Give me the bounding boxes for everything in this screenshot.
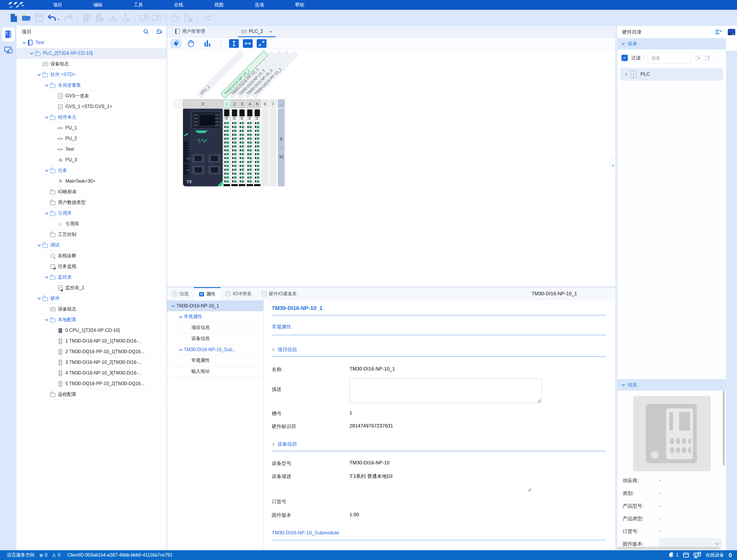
slot-header-cell[interactable]: 1	[223, 99, 230, 108]
tree-item[interactable]: PU_1	[16, 123, 167, 133]
swap-icon[interactable]	[202, 13, 212, 23]
tree-item[interactable]: 程序单元	[16, 112, 167, 123]
empty-slot[interactable]	[269, 109, 276, 186]
tab-properties[interactable]: 属性	[194, 287, 221, 300]
catalog-search-input[interactable]	[648, 52, 691, 63]
chevron-down-icon[interactable]	[29, 52, 35, 54]
fit-screen-button[interactable]	[257, 39, 267, 48]
sort-icon[interactable]	[156, 29, 162, 34]
properties-nav-item[interactable]: 设备信息	[167, 333, 263, 344]
collapse-right-panel-handle[interactable]: «	[611, 158, 615, 172]
menu-item[interactable]: 帮助	[295, 2, 304, 8]
tree-item[interactable]: 工艺控制	[16, 229, 167, 240]
tree-item[interactable]: 全局变量集	[16, 80, 167, 91]
empty-slot[interactable]	[262, 109, 269, 186]
tree-item[interactable]: 硬件	[16, 293, 167, 304]
io-module[interactable]	[223, 109, 230, 186]
fit-vertical-button[interactable]	[229, 39, 239, 48]
login-device-icon[interactable]	[170, 13, 181, 23]
io-module[interactable]	[246, 109, 253, 186]
catalog-section-header[interactable]: 目录	[617, 38, 726, 50]
tab-io-conflicts[interactable]: IO冲突表	[221, 287, 257, 300]
tree-item[interactable]: 监控表	[16, 272, 167, 283]
tree-item[interactable]: 任务监视	[16, 261, 167, 272]
section-project-info[interactable]: 项目信息	[272, 346, 615, 353]
resize-handle[interactable]	[538, 399, 541, 402]
properties-nav-item[interactable]: 项目信息	[167, 322, 263, 333]
chevron-down-icon[interactable]	[44, 169, 50, 172]
compile-icon[interactable]	[82, 13, 92, 23]
tree-item[interactable]: Test	[16, 37, 167, 48]
tab-info[interactable]: i 信息	[167, 287, 194, 300]
tree-item[interactable]: PU_2	[16, 133, 167, 144]
tree-item[interactable]: 5 TM30-DQ16-PP-10_2[TM30-DQ16...	[16, 379, 167, 389]
menu-item[interactable]: 项目	[53, 2, 62, 8]
download-to-device-icon[interactable]	[107, 13, 118, 23]
tree-item[interactable]: IO映射表	[16, 187, 167, 197]
tag-mode-button[interactable]	[171, 39, 182, 48]
panel-splitter[interactable]	[615, 26, 617, 550]
chevron-down-icon[interactable]	[36, 73, 42, 76]
tree-item[interactable]: 3 TM30-DI16-NP-10_2[TM30-DI16-...	[16, 357, 167, 368]
properties-nav-item[interactable]: TM30-DI16-NP-10_1	[167, 300, 263, 311]
tree-item[interactable]: 引用库	[16, 219, 167, 229]
menu-item[interactable]: 工具	[134, 2, 143, 8]
tree-item[interactable]: 任务	[16, 165, 167, 176]
open-project-icon[interactable]	[21, 13, 32, 23]
connect-device-icon[interactable]	[139, 13, 149, 23]
io-module[interactable]	[231, 109, 238, 186]
menu-item[interactable]: 在线	[174, 2, 183, 8]
device-view-tab[interactable]	[4, 46, 12, 54]
tree-item[interactable]: MainTask<30>	[16, 176, 167, 187]
tree-item[interactable]: Test	[16, 144, 167, 155]
search-icon[interactable]	[143, 29, 149, 35]
chart-view-icon[interactable]	[202, 38, 213, 49]
properties-nav-item[interactable]: 输入地址	[167, 366, 263, 377]
tree-item[interactable]: 设备组态	[16, 59, 167, 69]
chevron-down-icon[interactable]	[36, 297, 42, 300]
catalog-item-plc[interactable]: PLC	[620, 68, 723, 81]
slot-header-cell[interactable]: 5	[254, 99, 261, 108]
pan-hand-icon[interactable]	[186, 38, 196, 49]
slot-header-cell[interactable]: ...	[278, 99, 285, 108]
tree-item[interactable]: 在线诊断	[16, 251, 167, 261]
tree-item[interactable]: 远程配置	[16, 389, 167, 400]
new-project-icon[interactable]	[9, 13, 19, 23]
tree-item[interactable]: GVS一览表	[16, 91, 167, 101]
redo-icon[interactable]	[63, 13, 74, 23]
section-device-info[interactable]: 设备信息	[272, 441, 615, 447]
window-layout-icon[interactable]	[683, 553, 689, 557]
save-icon[interactable]	[34, 13, 44, 23]
chevron-down-icon[interactable]	[44, 319, 50, 321]
tree-item[interactable]: 本地配置	[16, 315, 167, 325]
tree-item[interactable]: 引用库	[16, 208, 167, 219]
collapse-all-icon[interactable]	[704, 55, 710, 61]
resize-handle[interactable]	[528, 488, 531, 491]
tree-item[interactable]: 监控表_1	[16, 283, 167, 293]
io-module[interactable]	[239, 109, 245, 186]
chevron-down-icon[interactable]	[44, 276, 50, 278]
slot-header-cell[interactable]	[175, 99, 182, 108]
tree-item[interactable]: 2 TM30-DQ16-PP-10_1[TM30-DQ16...	[16, 347, 167, 357]
tree-item[interactable]: PLC_2[T324-XP-CD-10]	[16, 48, 167, 59]
upload-from-device-icon[interactable]	[120, 13, 131, 23]
submodule-link[interactable]: TM30-DI16-NP-10_Submodule	[272, 530, 615, 536]
disconnect-device-icon[interactable]	[152, 13, 162, 23]
tab-plc2[interactable]: PLC_2 ×	[236, 26, 277, 37]
project-explorer-tab[interactable]	[2, 27, 15, 41]
rebuild-icon[interactable]	[95, 13, 105, 23]
vertical-scrollbar[interactable]	[723, 391, 725, 466]
undo-dropdown-icon[interactable]: ▾	[58, 18, 59, 21]
properties-nav-item[interactable]: 常规属性	[167, 311, 263, 322]
tree-item[interactable]: 软件 <STD>	[16, 69, 167, 80]
info-section-header[interactable]: 信息	[617, 379, 726, 391]
catalog-sort-icon[interactable]	[715, 29, 722, 35]
online-device-icon[interactable]	[693, 552, 701, 558]
general-properties-link[interactable]: 常规属性	[272, 323, 615, 330]
tree-item[interactable]: 0 CPU_1[T324-XP-CD-10]	[16, 325, 167, 336]
properties-nav-item[interactable]: 常规属性	[167, 355, 263, 366]
slot-header-cell[interactable]: 2	[231, 99, 238, 108]
tree-item[interactable]: 4 TM30-DI16-NP-10_3[TM30-DI16-...	[16, 368, 167, 379]
notification-bell-icon[interactable]	[668, 552, 674, 558]
filter-checkbox[interactable]: ✓	[621, 55, 628, 61]
